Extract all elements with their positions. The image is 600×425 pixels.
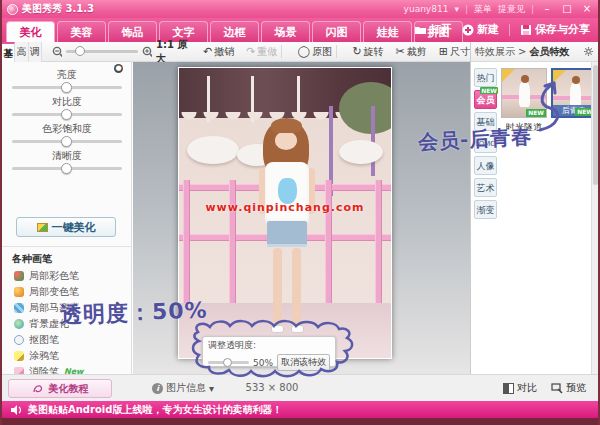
compare-icon (503, 383, 514, 394)
transparency-label: 调整透明度: (208, 339, 330, 352)
brightness-slider[interactable] (12, 86, 122, 89)
fence-post (325, 180, 332, 310)
gear-icon[interactable] (583, 46, 594, 57)
slider-thumb[interactable] (61, 109, 72, 120)
effect-thumb-shiguang[interactable]: NEW (501, 68, 547, 118)
rotate-button[interactable]: ↻旋转 (352, 45, 383, 59)
status-bar: 美化教程 i 图片信息 ▾ 533 × 800 对比 预览 (2, 374, 598, 401)
saturation-slider[interactable] (12, 140, 122, 143)
image-info-button[interactable]: i 图片信息 ▾ (152, 381, 214, 395)
divider (2, 246, 131, 247)
fx-tab-member[interactable]: 会员 NEW (474, 90, 497, 109)
fx-tab-portrait[interactable]: 人像 (474, 156, 497, 175)
fence-post (183, 180, 190, 310)
breadcrumb-root[interactable]: 特效展示 (475, 45, 515, 59)
window-border (2, 418, 598, 425)
open-button[interactable]: 打开 (414, 22, 452, 37)
redo-button[interactable]: ↷重做 (246, 45, 277, 59)
effects-breadcrumb: 特效展示 > 会员特效 (471, 42, 598, 62)
scrollbar-thumb[interactable] (593, 65, 598, 185)
subtab-advanced[interactable]: 高级 (15, 42, 28, 62)
info-icon: i (152, 383, 163, 394)
breadcrumb-separator: > (518, 46, 526, 57)
divider: | (465, 4, 468, 14)
tab-scenes[interactable]: 场景 (261, 21, 310, 42)
photo-canvas[interactable]: www.qinpinchang.com (133, 62, 470, 374)
local-recolor-pen-item[interactable]: 局部变色笔 (14, 284, 126, 299)
girl-shoe (271, 325, 284, 333)
zoom-slider[interactable] (66, 50, 138, 53)
tab-frames[interactable]: 边框 (210, 21, 259, 42)
fx-tab-hot[interactable]: 热门 (474, 68, 497, 87)
sharpness-slider[interactable] (12, 167, 122, 170)
subtab-color[interactable]: 调色 (29, 42, 42, 62)
slider-thumb[interactable] (61, 163, 72, 174)
new-badge: NEW (480, 87, 498, 94)
tab-doll[interactable]: 娃娃 (363, 21, 412, 42)
feedback-button[interactable]: 提意见 (498, 3, 525, 16)
divider: | (531, 4, 534, 14)
contrast-slider-group: 对比度 (12, 95, 122, 116)
zoom-in-icon[interactable] (142, 46, 152, 58)
thumb-art (572, 76, 580, 84)
subtab-basic[interactable]: 基础 (2, 42, 15, 62)
compare-button[interactable]: 对比 (503, 381, 537, 395)
maximize-icon[interactable]: □ (560, 3, 574, 15)
fence-post (229, 180, 236, 310)
girl-shoe (291, 325, 304, 333)
app-window: 美图秀秀 3.1.3 yuany811 ▾ | 菜单 提意见 | – □ × 美… (0, 0, 600, 425)
menu-button[interactable]: 菜单 (474, 3, 492, 16)
promo-bar[interactable]: 美图贴贴Android版上线啦，专为女生设计的卖萌利器！ (2, 401, 598, 418)
zoom-out-icon[interactable] (52, 46, 62, 58)
preview-button[interactable]: 预览 (551, 381, 586, 395)
minimize-icon[interactable]: – (540, 3, 554, 15)
carousel-horse (187, 136, 239, 164)
transparency-slider-thumb[interactable] (223, 358, 232, 367)
tab-beautify[interactable]: 美化 (6, 21, 55, 42)
original-button[interactable]: ◯原图 (298, 45, 332, 59)
contrast-slider[interactable] (12, 113, 122, 116)
girl-face (275, 131, 297, 150)
cutout-pen-item[interactable]: 抠图笔 (14, 332, 126, 347)
girl-leg (292, 248, 301, 326)
tab-flash[interactable]: 闪图 (312, 21, 361, 42)
crop-button[interactable]: ✂裁剪 (396, 45, 427, 59)
cutout-pen-icon (14, 335, 24, 345)
fx-tab-gradient[interactable]: 渐变 (474, 200, 497, 219)
carousel-horse (339, 140, 383, 164)
plus-circle-icon (462, 24, 474, 36)
slider-thumb[interactable] (61, 82, 72, 93)
thumb-art (521, 75, 529, 83)
transparency-slider[interactable] (208, 361, 249, 364)
brightness-slider-group: 亮度 (12, 68, 122, 89)
promo-text: 美图贴贴Android版上线啦，专为女生设计的卖萌利器！ (28, 403, 282, 417)
redo-icon: ↷ (246, 45, 255, 58)
girl-leg (273, 248, 282, 326)
username-menu[interactable]: yuany811 (404, 4, 449, 14)
beautify-tutorial-button[interactable]: 美化教程 (8, 379, 112, 398)
save-share-button[interactable]: 保存与分享 (520, 22, 590, 37)
undo-button[interactable]: ↶撤销 (203, 45, 234, 59)
image-dimensions: 533 × 800 (212, 382, 332, 393)
sharpness-slider-group: 清晰度 (12, 149, 122, 170)
close-icon[interactable]: × (580, 3, 594, 15)
transparency-panel: 调整透明度: 50% 取消该特效 (202, 336, 336, 367)
new-button[interactable]: 新建 (462, 22, 499, 37)
username-caret-icon[interactable]: ▾ (454, 4, 459, 14)
hand-draw-icon (32, 383, 45, 395)
fx-tab-art[interactable]: 艺术 (474, 178, 497, 197)
transparency-value: 50% (253, 358, 273, 368)
slider-label: 亮度 (12, 68, 122, 82)
title-bar: 美图秀秀 3.1.3 yuany811 ▾ | 菜单 提意见 | – □ × (2, 0, 598, 18)
local-color-pen-icon (14, 271, 24, 281)
slider-label: 对比度 (12, 95, 122, 109)
local-color-pen-item[interactable]: 局部彩色笔 (14, 268, 126, 283)
one-click-beautify-button[interactable]: 一键美化 (16, 217, 116, 237)
resize-button[interactable]: ⊞尺寸 (439, 45, 470, 59)
slider-thumb[interactable] (61, 136, 72, 147)
scrollbar[interactable] (591, 62, 598, 374)
doodle-pen-item[interactable]: 涂鸦笔 (14, 348, 126, 363)
zoom-slider-thumb[interactable] (75, 46, 85, 56)
cancel-effect-button[interactable]: 取消该特效 (277, 354, 330, 371)
edited-photo: www.qinpinchang.com (178, 67, 392, 359)
